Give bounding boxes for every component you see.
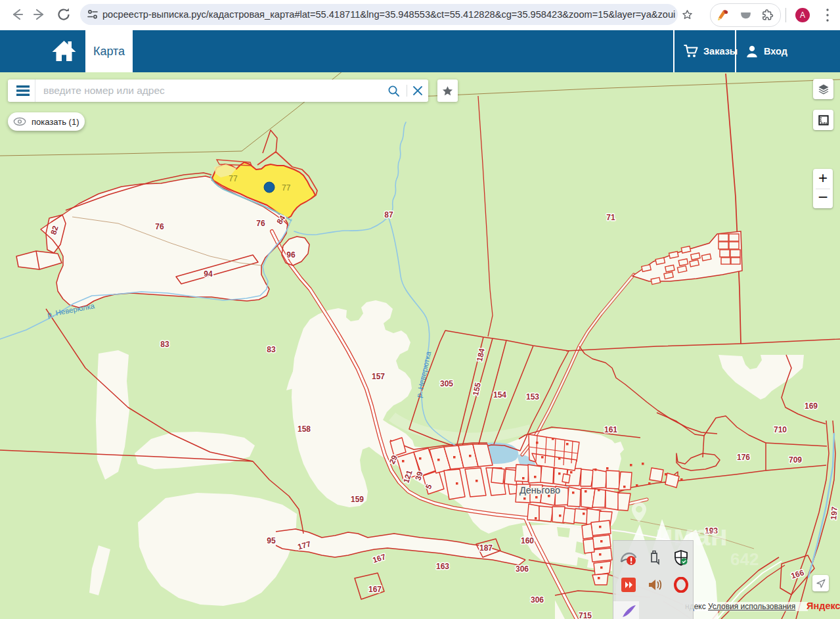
svg-text:Деньгово: Деньгово: [519, 485, 560, 495]
svg-text:709: 709: [789, 455, 802, 465]
svg-text:154: 154: [493, 390, 506, 400]
svg-text:96: 96: [286, 250, 296, 260]
svg-text:642: 642: [730, 549, 759, 569]
svg-text:158: 158: [298, 424, 311, 434]
svg-text:95: 95: [267, 536, 276, 545]
svg-text:306: 306: [531, 595, 544, 605]
svg-text:153: 153: [526, 392, 539, 401]
svg-text:176: 176: [737, 453, 750, 462]
svg-text:169: 169: [805, 401, 818, 411]
svg-text:160: 160: [521, 536, 534, 545]
svg-text:159: 159: [351, 495, 364, 504]
svg-text:710: 710: [774, 425, 787, 434]
svg-text:77: 77: [282, 183, 291, 193]
svg-text:197: 197: [829, 506, 839, 520]
svg-text:94: 94: [204, 269, 213, 279]
svg-text:71: 71: [606, 213, 615, 222]
svg-text:87: 87: [384, 210, 393, 219]
svg-text:305: 305: [440, 379, 453, 388]
svg-text:83: 83: [160, 340, 169, 349]
svg-text:187: 187: [479, 543, 493, 553]
svg-text:306: 306: [516, 564, 529, 574]
svg-text:157: 157: [372, 372, 385, 381]
svg-text:83: 83: [267, 345, 276, 354]
svg-text:76: 76: [155, 222, 164, 231]
svg-text:715: 715: [579, 611, 592, 619]
svg-text:161: 161: [604, 425, 617, 434]
svg-text:76: 76: [256, 219, 265, 228]
svg-text:77: 77: [229, 174, 238, 183]
svg-text:163: 163: [436, 562, 449, 571]
svg-text:167: 167: [368, 585, 382, 594]
